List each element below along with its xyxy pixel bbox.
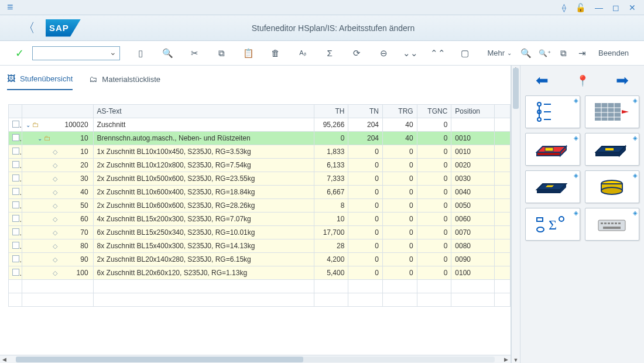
row-checkbox[interactable] — [12, 242, 19, 249]
palette-prev-icon[interactable]: ⬅ — [536, 71, 549, 90]
scroll-down-icon[interactable]: ▼ — [512, 357, 520, 363]
scroll-right-icon[interactable]: ▶ — [502, 357, 511, 362]
tab-materialstueckliste[interactable]: 🗂 Materialstückliste — [89, 74, 160, 90]
new-window-icon[interactable]: ⧉ — [555, 45, 571, 61]
svg-rect-18 — [545, 148, 553, 151]
horizontal-scrollbar[interactable]: ◀ ▶ — [0, 355, 511, 363]
row-id: 90 — [80, 255, 89, 263]
cell-trg: 0 — [383, 226, 417, 239]
document-icon[interactable]: ▢ — [457, 45, 472, 61]
cell-trg: 0 — [383, 159, 417, 172]
structure-tile[interactable]: ◈ — [525, 95, 580, 128]
maximize-icon[interactable]: ◻ — [608, 3, 624, 12]
row-id: 100 — [77, 269, 90, 277]
cut-icon[interactable]: ✂ — [187, 45, 203, 61]
row-checkbox[interactable] — [12, 174, 19, 182]
v-scroll-thumb[interactable] — [513, 68, 519, 109]
page-icon[interactable]: ▯ — [133, 45, 149, 61]
expand-icon[interactable]: ⌄ — [37, 135, 42, 142]
expand-icon[interactable]: ⌄ — [26, 122, 30, 128]
cell-tn: 0 — [348, 226, 383, 239]
find-icon[interactable]: 🔍 — [518, 45, 534, 61]
blue-slot-tile[interactable]: ◈ — [585, 133, 640, 166]
cell-position: 0010 — [451, 145, 494, 159]
copy-icon[interactable]: ⧉ — [214, 45, 229, 61]
col-trg[interactable]: TRG — [383, 105, 417, 118]
navy-plate-tile[interactable]: ◈ — [525, 170, 580, 203]
expand-down-icon[interactable]: ⌄⌄ — [403, 45, 419, 61]
col-astext[interactable]: AS-Text — [93, 105, 314, 118]
pin-icon[interactable]: 📍 — [576, 74, 589, 87]
table-row[interactable]: ◇706x Zuschnitt BL15x250x340, S235J0, RG… — [9, 226, 511, 239]
sort-alpha-icon[interactable]: Aᵦ — [295, 45, 311, 61]
row-checkbox[interactable] — [12, 188, 19, 195]
table-row[interactable]: ◇1006x Zuschnitt BL20x60x120, S235J0, RG… — [9, 266, 511, 280]
col-tn[interactable]: TN — [348, 105, 383, 118]
steps-table[interactable]: AS-Text TH TN TRG TGNC Position ⌄🗀100020… — [8, 104, 511, 307]
table-row[interactable]: ◇101x Zuschnitt BL10x100x450, S235J0, RG… — [9, 145, 511, 159]
col-tgnc[interactable]: TGNC — [417, 105, 451, 118]
row-checkbox[interactable] — [12, 148, 19, 155]
grid-right-tile[interactable]: ◈ — [585, 95, 640, 128]
find-next-icon[interactable]: 🔍⁺ — [536, 45, 553, 61]
delete-icon[interactable]: 🗑 — [268, 45, 284, 61]
yellow-cylinder-tile[interactable]: ◈ — [585, 170, 640, 203]
back-button[interactable]: 〈 — [12, 19, 46, 37]
cell-th: 4,200 — [314, 253, 348, 266]
paste-icon[interactable]: 📋 — [241, 45, 256, 61]
hamburger-menu-icon[interactable]: ≡ — [4, 1, 17, 13]
table-row[interactable]: ◇202x Zuschnitt BL10x120x800, S235J0, RG… — [9, 159, 511, 172]
table-row[interactable]: ⌄🗀10Brennschn.autog.masch., Neben- und R… — [9, 132, 511, 145]
cell-tgnc: 0 — [417, 118, 451, 132]
close-icon[interactable]: ✕ — [624, 3, 640, 12]
cell-trg: 0 — [383, 199, 417, 213]
col-th[interactable]: TH — [314, 105, 348, 118]
keyboard-tile[interactable]: ◈ — [585, 208, 640, 241]
table-row[interactable]: ◇402x Zuschnitt BL10x600x400, S235J0, RG… — [9, 186, 511, 199]
table-row[interactable]: ◇302x Zuschnitt BL10x500x600, S235J0, RG… — [9, 172, 511, 186]
lock-icon[interactable]: ⟠ — [557, 3, 571, 12]
minimize-icon[interactable]: ― — [590, 3, 608, 12]
command-input[interactable] — [32, 46, 120, 60]
svg-rect-37 — [608, 222, 610, 224]
cell-tgnc: 0 — [417, 132, 451, 145]
red-plate-tile[interactable]: ◈ — [525, 133, 580, 166]
table-row[interactable]: ⌄🗀100020Zuschnitt95,266204400 — [9, 118, 511, 132]
table-row[interactable]: ◇502x Zuschnitt BL10x600x600, S235J0, RG… — [9, 199, 511, 213]
row-checkbox[interactable] — [12, 269, 19, 276]
sum-icon[interactable]: Σ — [322, 45, 338, 61]
unlock-icon[interactable]: 🔓 — [571, 3, 590, 12]
h-scroll-thumb[interactable] — [16, 357, 303, 362]
collapse-up-icon[interactable]: ⌃⌃ — [430, 45, 446, 61]
sigma-tile[interactable]: Σ◈ — [525, 208, 580, 241]
cell-trg: 0 — [383, 186, 417, 199]
table-row[interactable]: ◇808x Zuschnitt BL15x400x300, S235J0, RG… — [9, 239, 511, 253]
more-menu[interactable]: Mehr⌄ — [484, 49, 515, 57]
table-row[interactable]: ◇902x Zuschnitt BL20x140x280, S235J0, RG… — [9, 253, 511, 266]
svg-point-2 — [537, 118, 541, 121]
search-icon[interactable]: 🔍 — [160, 45, 176, 61]
svg-point-0 — [537, 102, 541, 106]
vertical-scrollbar[interactable]: ▲ ▼ — [511, 66, 520, 363]
row-checkbox[interactable] — [12, 121, 19, 128]
row-checkbox[interactable] — [12, 255, 19, 262]
row-checkbox[interactable] — [12, 134, 19, 141]
svg-marker-14 — [622, 110, 629, 114]
remove-icon[interactable]: ⊖ — [376, 45, 392, 61]
row-checkbox[interactable] — [12, 161, 19, 168]
tab-stufenuebersicht[interactable]: 🖼 Stufenübersicht — [7, 74, 73, 90]
refresh-icon[interactable]: ⟳ — [349, 45, 365, 61]
row-checkbox[interactable] — [12, 228, 19, 235]
beenden-button[interactable]: Beenden — [592, 49, 635, 57]
row-text: 4x Zuschnitt BL15x200x300, S235J0, RG=7.… — [93, 213, 314, 226]
table-row[interactable]: ◇604x Zuschnitt BL15x200x300, S235J0, RG… — [9, 213, 511, 226]
row-checkbox[interactable] — [12, 215, 19, 222]
accept-icon[interactable]: ✓ — [9, 47, 30, 60]
scroll-left-icon[interactable]: ◀ — [0, 357, 9, 362]
palette-next-icon[interactable]: ➡ — [616, 71, 629, 90]
leaf-icon: ◇ — [53, 162, 57, 169]
row-checkbox[interactable] — [12, 201, 19, 208]
tile-corner-icon: ◈ — [633, 97, 638, 104]
exit-icon[interactable]: ⇥ — [574, 45, 590, 61]
col-position[interactable]: Position — [451, 105, 494, 118]
